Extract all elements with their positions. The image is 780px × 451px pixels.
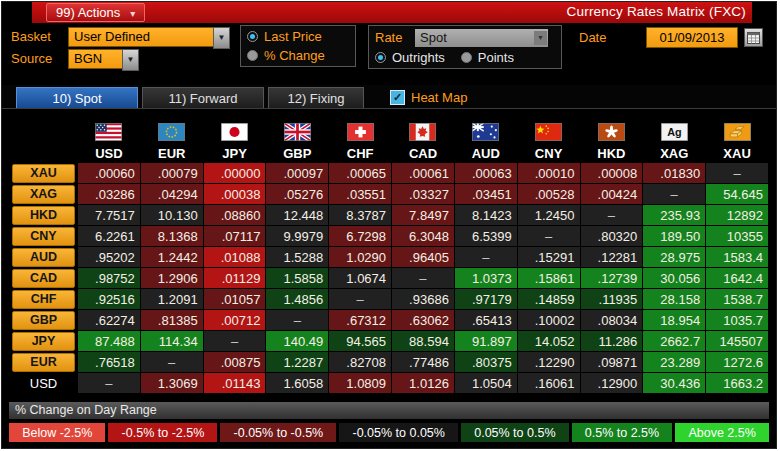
date-input[interactable]: 01/09/2013 bbox=[646, 27, 738, 48]
rate-cell-jpy-xau[interactable]: 145507 bbox=[706, 331, 768, 351]
rate-cell-xau-eur[interactable]: .00079 bbox=[141, 163, 203, 183]
rate-cell-chf-hkd[interactable]: .11935 bbox=[581, 289, 643, 309]
heat-map-toggle[interactable]: ✓ Heat Map bbox=[390, 90, 467, 105]
rate-cell-xag-eur[interactable]: .04294 bbox=[141, 184, 203, 204]
rate-select[interactable]: Spot ▼ bbox=[415, 29, 548, 47]
rate-cell-chf-chf[interactable]: – bbox=[329, 289, 391, 309]
rate-cell-xau-cad[interactable]: .00061 bbox=[392, 163, 454, 183]
rate-cell-xau-xau[interactable]: – bbox=[706, 163, 768, 183]
rate-cell-eur-cny[interactable]: .12290 bbox=[518, 352, 580, 372]
rate-cell-usd-xau[interactable]: 1663.2 bbox=[706, 373, 768, 393]
rate-cell-usd-cny[interactable]: .16061 bbox=[518, 373, 580, 393]
rate-cell-hkd-aud[interactable]: 8.1423 bbox=[455, 205, 517, 225]
rate-cell-xau-cny[interactable]: .00010 bbox=[518, 163, 580, 183]
rate-cell-gbp-cad[interactable]: .63062 bbox=[392, 310, 454, 330]
column-header-cad[interactable]: CAD bbox=[392, 145, 454, 162]
rate-cell-eur-gbp[interactable]: 1.2287 bbox=[266, 352, 328, 372]
row-label-eur[interactable]: EUR bbox=[12, 353, 75, 372]
rate-cell-aud-chf[interactable]: 1.0290 bbox=[329, 247, 391, 267]
rate-cell-hkd-xau[interactable]: 12892 bbox=[706, 205, 768, 225]
column-header-eur[interactable]: EUR bbox=[141, 145, 203, 162]
source-dropdown-arrow-icon[interactable]: ▼ bbox=[122, 49, 139, 71]
rate-cell-aud-aud[interactable]: – bbox=[455, 247, 517, 267]
rate-cell-gbp-eur[interactable]: .81385 bbox=[141, 310, 203, 330]
rate-cell-usd-xag[interactable]: 30.436 bbox=[643, 373, 705, 393]
rate-cell-xau-hkd[interactable]: .00008 bbox=[581, 163, 643, 183]
rate-cell-cny-xau[interactable]: 10355 bbox=[706, 226, 768, 246]
rate-cell-xag-cad[interactable]: .03327 bbox=[392, 184, 454, 204]
rate-cell-cad-aud[interactable]: 1.0373 bbox=[455, 268, 517, 288]
rate-cell-aud-jpy[interactable]: .01088 bbox=[204, 247, 266, 267]
rate-cell-eur-cad[interactable]: .77486 bbox=[392, 352, 454, 372]
rate-cell-cad-cny[interactable]: .15861 bbox=[518, 268, 580, 288]
rate-cell-gbp-jpy[interactable]: .00712 bbox=[204, 310, 266, 330]
row-label-aud[interactable]: AUD bbox=[12, 248, 75, 267]
rate-cell-hkd-cny[interactable]: 1.2450 bbox=[518, 205, 580, 225]
rate-cell-hkd-gbp[interactable]: 12.448 bbox=[266, 205, 328, 225]
rate-cell-cny-aud[interactable]: 6.5399 bbox=[455, 226, 517, 246]
column-header-jpy[interactable]: JPY bbox=[204, 145, 266, 162]
rate-cell-cad-hkd[interactable]: .12739 bbox=[581, 268, 643, 288]
rate-cell-cny-jpy[interactable]: .07117 bbox=[204, 226, 266, 246]
rate-cell-hkd-hkd[interactable]: – bbox=[581, 205, 643, 225]
rate-cell-hkd-jpy[interactable]: .08860 bbox=[204, 205, 266, 225]
rate-cell-usd-usd[interactable]: – bbox=[78, 373, 140, 393]
rate-cell-jpy-cny[interactable]: 14.052 bbox=[518, 331, 580, 351]
rate-cell-xag-usd[interactable]: .03286 bbox=[78, 184, 140, 204]
rate-cell-cny-gbp[interactable]: 9.9979 bbox=[266, 226, 328, 246]
rate-cell-chf-eur[interactable]: 1.2091 bbox=[141, 289, 203, 309]
rate-cell-chf-jpy[interactable]: .01057 bbox=[204, 289, 266, 309]
actions-menu-button[interactable]: 99) Actions▾ bbox=[46, 3, 145, 22]
rate-cell-chf-gbp[interactable]: 1.4856 bbox=[266, 289, 328, 309]
rate-cell-hkd-xag[interactable]: 235.93 bbox=[643, 205, 705, 225]
column-header-chf[interactable]: CHF bbox=[329, 145, 391, 162]
rate-cell-eur-xau[interactable]: 1272.6 bbox=[706, 352, 768, 372]
basket-dropdown-arrow-icon[interactable]: ▼ bbox=[213, 27, 230, 49]
row-label-cny[interactable]: CNY bbox=[12, 227, 75, 246]
rate-cell-xau-gbp[interactable]: .00097 bbox=[266, 163, 328, 183]
rate-cell-hkd-usd[interactable]: 7.7517 bbox=[78, 205, 140, 225]
column-header-xau[interactable]: XAU bbox=[706, 145, 768, 162]
rate-cell-gbp-hkd[interactable]: .08034 bbox=[581, 310, 643, 330]
column-header-aud[interactable]: AUD bbox=[455, 145, 517, 162]
rate-cell-cad-cad[interactable]: – bbox=[392, 268, 454, 288]
rate-cell-chf-aud[interactable]: .97179 bbox=[455, 289, 517, 309]
rate-cell-cad-usd[interactable]: .98752 bbox=[78, 268, 140, 288]
rate-cell-xag-xau[interactable]: 54.645 bbox=[706, 184, 768, 204]
rate-cell-gbp-aud[interactable]: .65413 bbox=[455, 310, 517, 330]
rate-cell-cny-hkd[interactable]: .80320 bbox=[581, 226, 643, 246]
column-header-xag[interactable]: XAG bbox=[643, 145, 705, 162]
rate-cell-xau-jpy[interactable]: .00000 bbox=[204, 163, 266, 183]
last-price-radio[interactable]: Last Price bbox=[247, 29, 349, 44]
rate-cell-cad-gbp[interactable]: 1.5858 bbox=[266, 268, 328, 288]
rate-cell-eur-xag[interactable]: 23.289 bbox=[643, 352, 705, 372]
basket-select[interactable]: User Defined bbox=[68, 27, 218, 47]
rate-cell-aud-eur[interactable]: 1.2442 bbox=[141, 247, 203, 267]
rate-cell-gbp-xag[interactable]: 18.954 bbox=[643, 310, 705, 330]
rate-cell-xag-jpy[interactable]: .00038 bbox=[204, 184, 266, 204]
rate-cell-usd-gbp[interactable]: 1.6058 bbox=[266, 373, 328, 393]
rate-cell-xag-xag[interactable]: – bbox=[643, 184, 705, 204]
rate-cell-cny-cad[interactable]: 6.3048 bbox=[392, 226, 454, 246]
column-header-hkd[interactable]: HKD bbox=[581, 145, 643, 162]
tab-11-forward[interactable]: 11) Forward bbox=[142, 87, 264, 108]
rate-cell-gbp-cny[interactable]: .10002 bbox=[518, 310, 580, 330]
rate-cell-eur-jpy[interactable]: .00875 bbox=[204, 352, 266, 372]
rate-cell-chf-xag[interactable]: 28.158 bbox=[643, 289, 705, 309]
rate-cell-cad-xau[interactable]: 1642.4 bbox=[706, 268, 768, 288]
column-header-usd[interactable]: USD bbox=[78, 145, 140, 162]
rate-cell-eur-chf[interactable]: .82708 bbox=[329, 352, 391, 372]
rate-cell-chf-xau[interactable]: 1538.7 bbox=[706, 289, 768, 309]
percent-change-radio[interactable]: % Change bbox=[247, 48, 349, 63]
column-header-cny[interactable]: CNY bbox=[518, 145, 580, 162]
rate-cell-aud-usd[interactable]: .95202 bbox=[78, 247, 140, 267]
rate-cell-cad-chf[interactable]: 1.0674 bbox=[329, 268, 391, 288]
rate-cell-cny-usd[interactable]: 6.2261 bbox=[78, 226, 140, 246]
rate-cell-cny-cny[interactable]: – bbox=[518, 226, 580, 246]
rate-cell-aud-xag[interactable]: 28.975 bbox=[643, 247, 705, 267]
rate-cell-jpy-cad[interactable]: 88.594 bbox=[392, 331, 454, 351]
rate-cell-chf-cny[interactable]: .14859 bbox=[518, 289, 580, 309]
rate-cell-usd-jpy[interactable]: .01143 bbox=[204, 373, 266, 393]
rate-cell-chf-usd[interactable]: .92516 bbox=[78, 289, 140, 309]
rate-cell-cny-chf[interactable]: 6.7298 bbox=[329, 226, 391, 246]
